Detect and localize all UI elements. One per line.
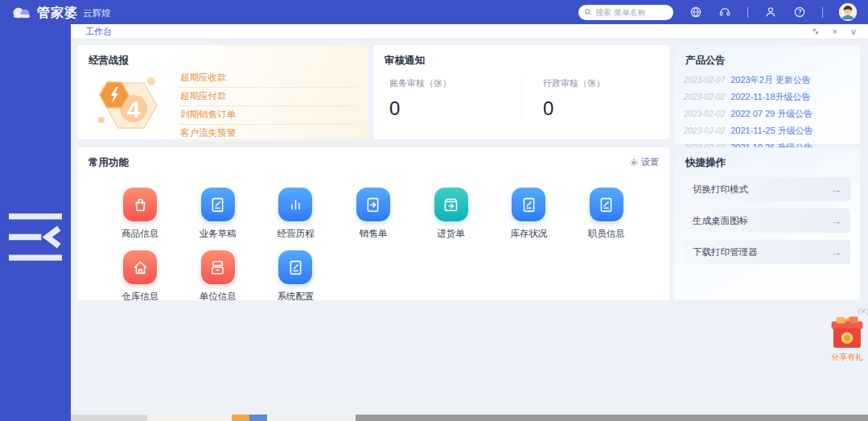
announcement-row: 2023-02-022021-11-25 升级公告	[674, 122, 860, 139]
common-function-6[interactable]: 库存状况	[510, 188, 547, 240]
taskbar-segment	[232, 415, 249, 421]
panel-common-functions: 常用功能 设置 商品信息业务草稿经营历程销售单进货单库存状况职员信息仓库信息单位…	[77, 147, 669, 300]
panel-audit-notice: 审核通知 账务审核（张） 0 行政审核（张） 0	[373, 45, 669, 139]
common-function-1[interactable]: 商品信息	[121, 188, 158, 240]
panel-title: 审核通知	[373, 45, 669, 68]
common-function-9[interactable]: 单位信息	[200, 250, 237, 303]
doc-pencil-icon	[512, 188, 545, 221]
common-function-8[interactable]: 仓库信息	[121, 250, 158, 303]
announcement-date: 2023-02-02	[684, 93, 725, 101]
stat-label: 行政审核（张）	[543, 77, 669, 89]
customer-service-icon[interactable]	[718, 6, 731, 19]
common-function-7[interactable]: 职员信息	[588, 188, 625, 240]
taskbar-segment	[249, 415, 267, 421]
doc-pencil-icon	[278, 250, 312, 284]
announcement-link[interactable]: 2022 07 29 升级公告	[730, 108, 812, 120]
common-function-2[interactable]: 业务草稿	[200, 188, 237, 240]
tab-workbench[interactable]: 工作台	[85, 26, 112, 38]
gear-icon	[629, 158, 639, 167]
sidebar-collapse-icon[interactable]	[0, 39, 71, 421]
arrow-right-icon: →	[831, 215, 841, 227]
quick-action-label: 下载打印管理器	[693, 246, 758, 258]
cloud-logo-icon	[11, 5, 32, 19]
common-function-label: 销售单	[360, 228, 388, 240]
announcement-date: 2023-02-07	[684, 76, 725, 85]
audit-stat-0: 账务审核（张） 0	[373, 77, 521, 120]
arrow-right-icon: →	[831, 246, 841, 258]
apps-globe-icon[interactable]	[689, 6, 702, 19]
warning-links: 超期应收款超期应付款到期销售订单客户流失预警	[179, 69, 356, 143]
warning-link-4[interactable]: 客户流失预警	[179, 125, 356, 143]
drawer-icon	[201, 250, 235, 284]
warning-link-2[interactable]: 超期应付款	[179, 88, 356, 106]
announcement-date: 2023-02-02	[684, 126, 725, 135]
taskbar-segment	[71, 415, 147, 421]
common-function-label: 进货单	[437, 228, 465, 240]
refresh-tabs-icon[interactable]	[812, 27, 820, 35]
panel-product-announcements: 产品公告 2023-02-072023年2月 更新公告2023-02-02202…	[674, 45, 860, 144]
common-function-label: 库存状况	[510, 228, 547, 240]
experience-user-icon[interactable]	[764, 6, 777, 19]
common-function-3[interactable]: 经营历程	[277, 188, 314, 240]
doc-pencil-icon	[201, 188, 235, 221]
arrow-right-icon: →	[831, 184, 841, 196]
tab-bar: 工作台 × ∨	[71, 24, 868, 39]
divider	[822, 7, 823, 18]
panel-title: 经营战报	[77, 45, 368, 68]
quick-action-1[interactable]: 切换打印模式→	[684, 177, 850, 201]
global-search[interactable]	[578, 5, 673, 20]
warning-link-3[interactable]: 到期销售订单	[179, 106, 356, 125]
box-arrow-icon	[434, 188, 468, 221]
common-function-label: 单位信息	[200, 291, 237, 303]
help-icon[interactable]	[793, 6, 806, 19]
tab-menu-chevron-icon[interactable]: ∨	[850, 27, 857, 36]
warning-link-1[interactable]: 超期应收款	[179, 69, 356, 88]
brand-name: 管家婆	[37, 6, 78, 19]
quick-actions-list: 切换打印模式→生成桌面图标→下载打印管理器→	[674, 177, 860, 264]
warning-count-badge: 4	[80, 70, 179, 141]
search-icon	[584, 8, 592, 16]
share-gift-floater: (✕) 分享有礼	[829, 307, 866, 363]
settings-button[interactable]: 设置	[629, 156, 659, 168]
announcement-list: 2023-02-072023年2月 更新公告2023-02-022022-11-…	[674, 72, 860, 156]
brand-subtitle: 云辉煌	[83, 8, 111, 19]
common-function-label: 系统配置	[277, 291, 314, 303]
house-icon	[123, 250, 157, 284]
panel-title: 产品公告	[674, 45, 860, 68]
announcement-link[interactable]: 2022-11-18升级公告	[730, 91, 810, 103]
announcement-link[interactable]: 2023年2月 更新公告	[730, 74, 811, 86]
close-tab-icon[interactable]: ×	[833, 27, 837, 36]
stat-label: 账务审核（张）	[389, 77, 521, 89]
warning-count: 4	[127, 96, 141, 122]
floater-close-button[interactable]: (✕)	[829, 307, 868, 316]
quick-action-2[interactable]: 生成桌面图标→	[684, 208, 850, 233]
panel-business-report: 经营战报 4 超期应收款超期应付款到期销售订单客户流失预警	[77, 45, 368, 139]
doc-pencil-icon	[590, 188, 623, 221]
search-input[interactable]	[595, 8, 668, 17]
bag-icon	[123, 188, 157, 221]
panel-title: 快捷操作	[674, 147, 860, 170]
common-function-5[interactable]: 进货单	[434, 188, 468, 240]
announcement-row: 2023-02-022022-11-18升级公告	[674, 89, 860, 105]
app-logo: 管家婆 云辉煌	[11, 5, 111, 19]
announcement-row: 2023-02-072023年2月 更新公告	[674, 72, 860, 89]
taskbar-segment	[147, 415, 232, 421]
common-function-label: 职员信息	[588, 228, 625, 240]
quick-action-label: 切换打印模式	[693, 184, 748, 196]
gift-box-icon[interactable]	[829, 316, 866, 351]
common-function-label: 仓库信息	[121, 291, 158, 303]
announcement-link[interactable]: 2021-11-25 升级公告	[730, 125, 813, 137]
quick-action-label: 生成桌面图标	[693, 215, 748, 227]
announcement-date: 2023-02-02	[684, 109, 725, 118]
common-function-10[interactable]: 系统配置	[277, 250, 314, 303]
share-gift-label: 分享有礼	[829, 352, 866, 363]
stat-value: 0	[389, 97, 521, 120]
common-function-4[interactable]: 销售单	[356, 188, 390, 240]
user-avatar[interactable]	[839, 3, 857, 21]
taskbar-segment	[267, 415, 356, 421]
quick-action-3[interactable]: 下载打印管理器→	[684, 240, 850, 264]
workbench-content: 经营战报 4 超期应收款超期应付款到期销售订单客户流失预警 审核通知	[71, 40, 868, 408]
stat-value: 0	[543, 97, 669, 120]
panel-title: 常用功能	[77, 147, 140, 170]
common-function-label: 商品信息	[121, 228, 158, 240]
